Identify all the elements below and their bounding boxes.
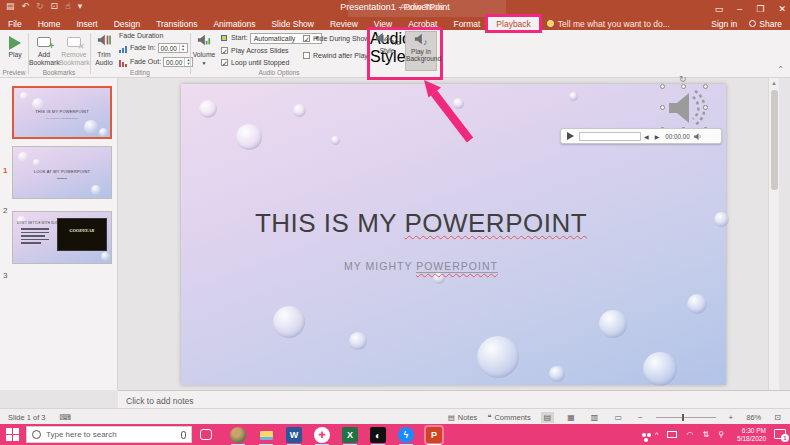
restore-button[interactable]: ❐ — [756, 4, 764, 14]
key-icon[interactable]: ⚲ — [718, 430, 724, 439]
fade-duration-label: Fade Duration — [119, 32, 163, 39]
play-in-background-button[interactable]: ♪ Play in Background — [405, 31, 437, 71]
selection-handle[interactable] — [703, 84, 708, 89]
audio-object[interactable]: ↻ — [663, 87, 705, 129]
tab-view[interactable]: View — [366, 17, 400, 30]
slide-show-button[interactable]: ▭ — [611, 412, 625, 423]
tab-transitions[interactable]: Transitions — [148, 17, 205, 30]
messenger-icon[interactable]: ϟ — [398, 427, 414, 443]
taskbar-clock[interactable]: 6:30 PM 5/18/2020 — [737, 427, 766, 442]
file-explorer-icon[interactable] — [258, 427, 274, 443]
remove-bookmark-button[interactable]: ✕ Remove Bookmark — [59, 31, 89, 69]
zoom-out-icon[interactable]: − — [635, 412, 646, 423]
slide-editing-area: THIS IS MY POWERPOINT MY MIGHTY POWERPOI… — [118, 78, 779, 390]
fit-to-window-icon[interactable]: ⊡ — [771, 412, 784, 423]
zoom-slider-thumb[interactable] — [682, 414, 684, 421]
vertical-scrollbar-thumb[interactable] — [771, 90, 778, 190]
zoom-in-icon[interactable]: + — [726, 412, 737, 423]
spinner-arrows-icon[interactable]: ▲▼ — [179, 44, 187, 52]
excel-icon[interactable]: X — [342, 427, 358, 443]
group-label-bookmarks: Bookmarks — [29, 69, 89, 76]
selection-handle[interactable] — [681, 84, 686, 89]
thumbnail-slide-1[interactable]: THIS IS MY POWERPOINT MY MIGHTY POWERPOI… — [12, 86, 112, 139]
word-icon[interactable]: W — [286, 427, 302, 443]
browser-app-icon[interactable]: ✚ — [314, 427, 330, 443]
scroll-up-icon[interactable]: ▲ — [769, 80, 779, 86]
tab-file[interactable]: File — [0, 17, 30, 30]
zoom-slider[interactable] — [656, 417, 716, 418]
slide-sorter-view-button[interactable]: ▦ — [564, 412, 578, 423]
zoom-percent[interactable]: 86% — [746, 413, 761, 422]
player-volume-icon[interactable] — [693, 132, 703, 141]
checkbox-loop-until-stopped[interactable]: ✓Loop until Stopped — [221, 59, 289, 66]
collapse-ribbon-icon[interactable]: ⌃ — [777, 65, 784, 74]
powerpoint-window: ▤ ↶ ↻ ⊡ ☝ ▾ Presentation1 - PowerPoint A… — [0, 0, 790, 445]
bubble-decoration — [18, 152, 28, 162]
no-style-button[interactable]: ↶ No Style — [371, 31, 403, 71]
thumbnail-slide-2[interactable]: LOOK AT MY POWERPOINT ▬▬▬▬ — [12, 146, 112, 199]
player-progress-track[interactable] — [579, 132, 641, 141]
fade-out-spinner[interactable]: 00.00▲▼ — [163, 57, 193, 67]
dropbox-icon[interactable]: ⇅ — [702, 430, 709, 439]
fade-out-label: Fade Out: — [130, 58, 161, 65]
tab-design[interactable]: Design — [106, 17, 148, 30]
slide-subtitle[interactable]: MY MIGHTY POWERPOINT — [181, 260, 661, 272]
tab-home[interactable]: Home — [30, 17, 69, 30]
thumbnail-number: 2 — [3, 206, 7, 215]
player-forward-icon[interactable]: ▶ — [655, 133, 660, 140]
thumbnail-slide-3[interactable]: DON'T SETTLE WITH SLIDES GOODYEAR — [12, 211, 112, 264]
player-back-icon[interactable]: ◀ — [644, 133, 649, 140]
user-avatar-icon[interactable] — [230, 427, 246, 443]
normal-view-button[interactable]: ▤ — [541, 412, 555, 423]
play-button[interactable]: Play — [0, 31, 30, 69]
wifi-icon[interactable]: ◠ — [686, 430, 693, 439]
language-icon[interactable]: ⌨ — [60, 413, 72, 422]
bubble-decoration — [101, 252, 110, 261]
selection-handle[interactable] — [660, 84, 665, 89]
volume-button[interactable]: Volume ▼ — [191, 31, 217, 69]
hidden-icons-chevron[interactable]: ^ — [655, 430, 659, 439]
rotate-handle-icon[interactable]: ↻ — [679, 74, 687, 84]
comments-toggle-button[interactable]: ❝Comments — [487, 413, 530, 422]
tell-me-box[interactable]: Tell me what you want to do... — [539, 17, 678, 30]
tab-format[interactable]: Format — [445, 17, 488, 30]
minimize-button[interactable]: – — [737, 4, 742, 14]
bubble-decoration — [91, 185, 101, 195]
taskbar-search-input[interactable]: Type here to search — [26, 426, 192, 443]
slide-canvas[interactable]: THIS IS MY POWERPOINT MY MIGHTY POWERPOI… — [181, 84, 726, 385]
checkbox-play-across-slides[interactable]: ✓Play Across Slides — [221, 47, 289, 54]
tab-review[interactable]: Review — [322, 17, 366, 30]
action-center-icon[interactable]: 1 — [774, 429, 786, 439]
checkbox-hide-during-show[interactable]: ✓Hide During Show — [303, 35, 369, 42]
slide-subtitle-prefix: MY MIGHTY — [344, 260, 416, 272]
share-button[interactable]: Share — [749, 19, 782, 29]
powerpoint-icon[interactable]: P — [426, 427, 442, 443]
tab-acrobat[interactable]: Acrobat — [400, 17, 445, 30]
tab-insert[interactable]: Insert — [68, 17, 105, 30]
notes-toggle-button[interactable]: ▤Notes — [448, 413, 478, 422]
ribbon-display-options-icon[interactable]: ▭ — [715, 4, 724, 14]
display-icon[interactable] — [667, 431, 677, 438]
sign-in-link[interactable]: Sign in — [711, 19, 737, 29]
reading-view-button[interactable]: ▥ — [588, 412, 602, 423]
close-button[interactable]: ✕ — [778, 4, 786, 14]
tab-playback[interactable]: Playback — [488, 17, 539, 30]
thumbnail-subtitle: ▬▬▬▬ — [13, 177, 111, 180]
system-tray: ^ ◠ ⇅ ⚲ — [642, 427, 724, 442]
game-app-icon[interactable]: ◐ — [370, 427, 386, 443]
selection-handle[interactable] — [660, 105, 665, 110]
task-view-icon[interactable] — [200, 429, 212, 440]
slide-title[interactable]: THIS IS MY POWERPOINT — [181, 208, 661, 239]
tab-animations[interactable]: Animations — [205, 17, 263, 30]
selection-handle[interactable] — [703, 105, 708, 110]
people-icon[interactable] — [642, 433, 646, 437]
add-bookmark-button[interactable]: + Add Bookmark — [29, 31, 59, 69]
fade-in-spinner[interactable]: 00.00▲▼ — [158, 43, 188, 53]
player-play-icon[interactable] — [567, 132, 574, 140]
vertical-scrollbar[interactable]: ▲ — [768, 78, 779, 390]
group-preview: Play Preview — [0, 30, 28, 77]
trim-audio-button[interactable]: Trim Audio — [91, 31, 117, 69]
tab-slide-show[interactable]: Slide Show — [263, 17, 322, 30]
notes-pane[interactable]: Click to add notes — [118, 390, 790, 408]
start-button[interactable] — [6, 428, 19, 441]
